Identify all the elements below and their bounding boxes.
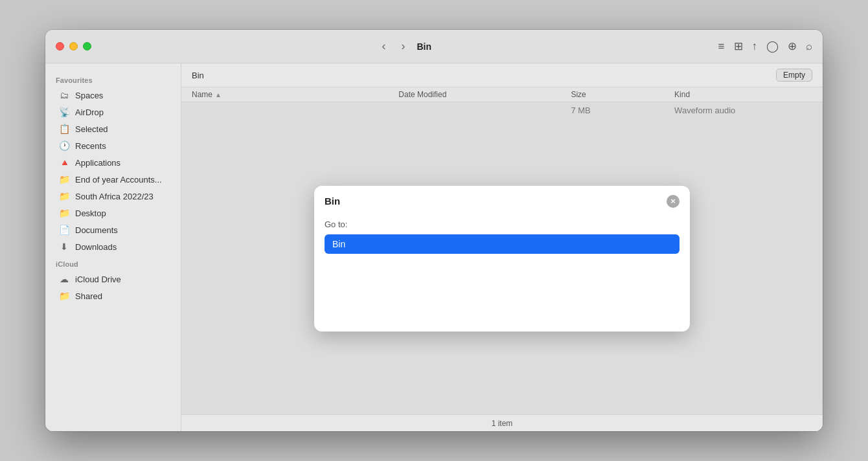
content-area: Bin Empty Name ▲ Date Modified Size Kind…	[181, 63, 823, 431]
traffic-lights	[56, 42, 91, 51]
modal-title: Bin	[325, 196, 340, 207]
goto-label: Go to:	[325, 219, 680, 229]
sidebar-item-label: Selected	[75, 124, 108, 134]
column-headers: Name ▲ Date Modified Size Kind	[181, 87, 823, 102]
sidebar-item-label: End of year Accounts...	[75, 175, 162, 185]
modal-close-button[interactable]: ×	[667, 195, 680, 208]
toolbar-center: ‹ › Bin	[91, 38, 718, 54]
sidebar-item-label: AirDrop	[75, 107, 104, 117]
modal-empty-area	[325, 254, 680, 319]
sidebar-item-label: Spaces	[75, 91, 103, 100]
content-header: Bin Empty	[181, 63, 823, 87]
sidebar-item-airdrop[interactable]: 📡 AirDrop	[48, 104, 178, 120]
sidebar-item-label: Downloads	[75, 242, 117, 252]
sidebar-item-label: South Africa 2022/23	[75, 192, 154, 201]
sidebar-item-spaces[interactable]: 🗂 Spaces	[48, 87, 178, 104]
minimize-button[interactable]	[69, 42, 78, 51]
sidebar-item-end-of-year[interactable]: 📁 End of year Accounts...	[48, 171, 178, 188]
icloud-drive-icon: ☁	[58, 274, 70, 284]
modal-header: Bin ×	[314, 186, 690, 214]
sidebar-item-downloads[interactable]: ⬇ Downloads	[48, 238, 178, 255]
sidebar-item-recents[interactable]: 🕐 Recents	[48, 137, 178, 154]
sidebar-item-shared[interactable]: 📁 Shared	[48, 287, 178, 304]
toolbar-right: ≡ ⊞ ↑ ◯ ⊕ ⌕	[718, 39, 812, 53]
sidebar-item-desktop[interactable]: 📁 Desktop	[48, 205, 178, 221]
shared-icon: 📁	[58, 291, 70, 301]
airdrop-icon: 📡	[58, 107, 70, 117]
modal-body: Go to: Bin	[314, 214, 690, 332]
grid-view-icon[interactable]: ⊞	[734, 39, 743, 53]
desktop-icon: 📁	[58, 208, 70, 218]
sidebar-item-label: Recents	[75, 141, 106, 151]
sidebar-item-applications[interactable]: 🔺 Applications	[48, 154, 178, 171]
col-kind: Kind	[674, 90, 812, 99]
col-name: Name ▲	[192, 90, 398, 99]
documents-icon: 📄	[58, 225, 70, 235]
col-size: Size	[571, 90, 674, 99]
close-button[interactable]	[56, 42, 64, 51]
share-icon[interactable]: ↑	[752, 40, 758, 53]
sidebar-item-label: iCloud Drive	[75, 275, 121, 284]
modal-overlay: Bin × Go to: Bin	[181, 102, 823, 414]
downloads-icon: ⬇	[58, 242, 70, 252]
goto-selected-item[interactable]: Bin	[325, 234, 680, 254]
sidebar-item-label: Documents	[75, 225, 118, 235]
icloud-label: iCloud	[45, 255, 181, 271]
window-title: Bin	[417, 41, 432, 52]
title-bar: ‹ › Bin ≡ ⊞ ↑ ◯ ⊕ ⌕	[45, 30, 823, 63]
spaces-icon: 🗂	[58, 90, 70, 100]
favourites-label: Favourites	[45, 71, 181, 87]
item-count: 1 item	[492, 419, 513, 428]
col-date: Date Modified	[398, 90, 571, 99]
sidebar-item-selected[interactable]: 📋 Selected	[48, 120, 178, 137]
list-view-icon[interactable]: ≡	[718, 40, 725, 53]
folder-icon: 📁	[58, 174, 70, 185]
content-main: 7 MB Waveform audio Bin × Go to: Bin	[181, 102, 823, 414]
sidebar-item-label: Desktop	[75, 208, 106, 218]
goto-modal: Bin × Go to: Bin	[314, 186, 690, 332]
applications-icon: 🔺	[58, 157, 70, 168]
forward-button[interactable]: ›	[398, 38, 409, 54]
tag-icon[interactable]: ◯	[766, 39, 779, 53]
search-icon[interactable]: ⌕	[806, 40, 812, 53]
status-bar: 1 item	[181, 414, 823, 431]
sidebar: Favourites 🗂 Spaces 📡 AirDrop 📋 Selected…	[45, 63, 181, 431]
sidebar-item-icloud-drive[interactable]: ☁ iCloud Drive	[48, 271, 178, 287]
sidebar-item-label: Applications	[75, 158, 120, 168]
maximize-button[interactable]	[83, 42, 91, 51]
folder-icon: 📁	[58, 191, 70, 201]
empty-button[interactable]: Empty	[776, 69, 812, 82]
selected-icon: 📋	[58, 124, 70, 134]
main-area: Favourites 🗂 Spaces 📡 AirDrop 📋 Selected…	[45, 63, 823, 431]
recents-icon: 🕐	[58, 141, 70, 151]
sidebar-item-label: Shared	[75, 291, 102, 301]
sidebar-item-documents[interactable]: 📄 Documents	[48, 221, 178, 238]
path-label: Bin	[192, 71, 204, 80]
finder-window: ‹ › Bin ≡ ⊞ ↑ ◯ ⊕ ⌕ Favourites 🗂 Spaces …	[45, 30, 823, 431]
back-button[interactable]: ‹	[378, 38, 390, 54]
sidebar-item-south-africa[interactable]: 📁 South Africa 2022/23	[48, 188, 178, 205]
action-icon[interactable]: ⊕	[788, 39, 797, 53]
